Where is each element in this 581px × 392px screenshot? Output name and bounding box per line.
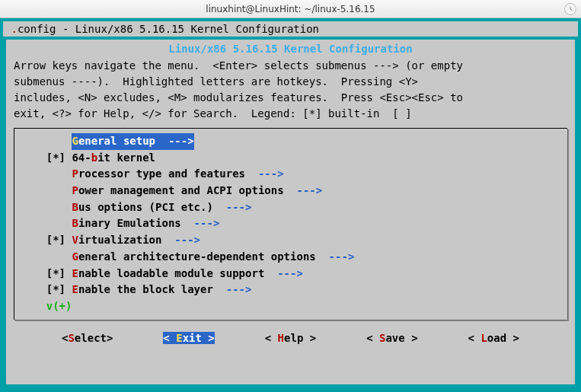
button-row: <Select> < Exit > < Help > < Save > < Lo… (14, 332, 567, 344)
menu-item[interactable]: [*] Virtualization ---> (21, 232, 561, 249)
menu-item[interactable]: [*] Enable the block layer ---> (21, 282, 561, 298)
terminal: .config - Linux/x86 5.16.15 Kernel Confi… (0, 18, 581, 392)
panel-title: Linux/x86 5.16.15 Kernel Configuration (14, 43, 567, 55)
menu-list[interactable]: General setup ---> [*] 64-bit kernel Pro… (14, 128, 567, 320)
config-header: .config - Linux/x86 5.16.15 Kernel Confi… (3, 21, 578, 37)
save-button[interactable]: < Save > (366, 332, 417, 344)
menu-item[interactable]: [*] Enable loadable module support ---> (21, 266, 561, 282)
load-button[interactable]: < Load > (468, 332, 519, 344)
header-text: config - Linux/x86 5.16.15 Kernel Config… (18, 23, 319, 35)
header-dot: . (11, 23, 17, 35)
menu-item[interactable]: General architecture-dependent options -… (21, 249, 561, 266)
config-panel: Linux/x86 5.16.15 Kernel Configuration A… (6, 40, 575, 384)
menu-item[interactable]: [*] 64-bit kernel (21, 150, 561, 167)
window-close-button[interactable] (564, 3, 576, 15)
exit-button[interactable]: < Exit > (163, 332, 214, 344)
menu-item[interactable]: General setup ---> (21, 133, 561, 150)
window-titlebar: linuxhint@LinuxHint: ~/linux-5.16.15 (0, 0, 581, 18)
menu-item[interactable]: Bus options (PCI etc.) ---> (21, 199, 561, 216)
panel-help-text: Arrow keys navigate the menu. <Enter> se… (14, 56, 567, 126)
menu-item[interactable]: Power management and ACPI options ---> (21, 183, 561, 199)
menu-item[interactable]: Binary Emulations ---> (21, 215, 561, 232)
menu-item[interactable]: Processor type and features ---> (21, 166, 561, 183)
scroll-indicator: v(+) (21, 298, 561, 315)
select-button[interactable]: <Select> (62, 332, 113, 344)
help-button[interactable]: < Help > (265, 332, 316, 344)
window-title: linuxhint@LinuxHint: ~/linux-5.16.15 (206, 4, 375, 14)
